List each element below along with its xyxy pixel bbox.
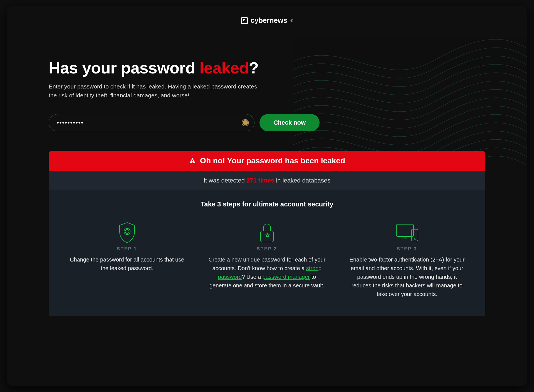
step-3-label: STEP 3 (348, 246, 466, 252)
result-panel: Oh no! Your password has been leaked It … (49, 151, 485, 316)
title-post: ? (249, 59, 259, 77)
check-form: Check now (49, 114, 485, 131)
alert-banner: Oh no! Your password has been leaked (49, 151, 485, 171)
title-pre: Has your password (49, 59, 199, 77)
password-manager-link[interactable]: password manager (263, 274, 310, 280)
step-1-text: Change the password for all accounts tha… (68, 255, 186, 273)
svg-rect-4 (396, 224, 414, 236)
title-highlight: leaked (199, 59, 249, 77)
step-2-text: Create a new unique password for each of… (208, 255, 326, 290)
advice-panel: Take 3 steps for ultimate account securi… (49, 190, 485, 316)
password-input[interactable] (49, 114, 254, 131)
svg-rect-1 (192, 162, 193, 162)
svg-point-6 (414, 239, 415, 240)
step-1: STEP 1 Change the password for all accou… (57, 218, 197, 301)
step-2-seg2: ? Use a (242, 274, 262, 280)
brand-mark: ® (291, 19, 293, 23)
steps-grid: STEP 1 Change the password for all accou… (57, 218, 477, 301)
app-window: cybernews® Has your password leaked? Ent… (7, 6, 527, 386)
shield-icon (68, 220, 186, 245)
brand-logo: cybernews® (241, 16, 293, 25)
svg-rect-5 (411, 229, 418, 241)
detection-bar: It was detected 271 times in leaked data… (49, 171, 485, 190)
header: cybernews® (7, 6, 527, 25)
step-2-label: STEP 2 (208, 246, 326, 252)
step-3: STEP 3 Enable two-factor authentication … (337, 218, 477, 301)
warning-icon (189, 157, 196, 164)
page-title: Has your password leaked? (49, 58, 485, 77)
main-content: Has your password leaked? Enter your pas… (7, 25, 527, 332)
detected-pre: It was detected (204, 177, 246, 184)
detected-post: in leaked databases (274, 177, 330, 184)
lock-icon (208, 220, 326, 245)
svg-rect-0 (192, 159, 193, 161)
alert-text: Oh no! Your password has been leaked (200, 156, 345, 165)
show-password-icon[interactable] (242, 119, 249, 126)
step-1-label: STEP 1 (68, 246, 186, 252)
devices-icon (348, 220, 466, 245)
step-3-text: Enable two-factor authentication (2FA) f… (348, 255, 466, 299)
check-now-button[interactable]: Check now (259, 114, 320, 131)
page-subtitle: Enter your password to check if it has l… (49, 82, 266, 100)
detected-count: 271 times (246, 177, 274, 184)
step-2: STEP 2 Create a new unique password for … (197, 218, 337, 301)
password-wrap (49, 114, 254, 131)
brand-name: cybernews (251, 16, 287, 25)
advice-title: Take 3 steps for ultimate account securi… (57, 200, 477, 208)
logo-icon (241, 17, 248, 24)
